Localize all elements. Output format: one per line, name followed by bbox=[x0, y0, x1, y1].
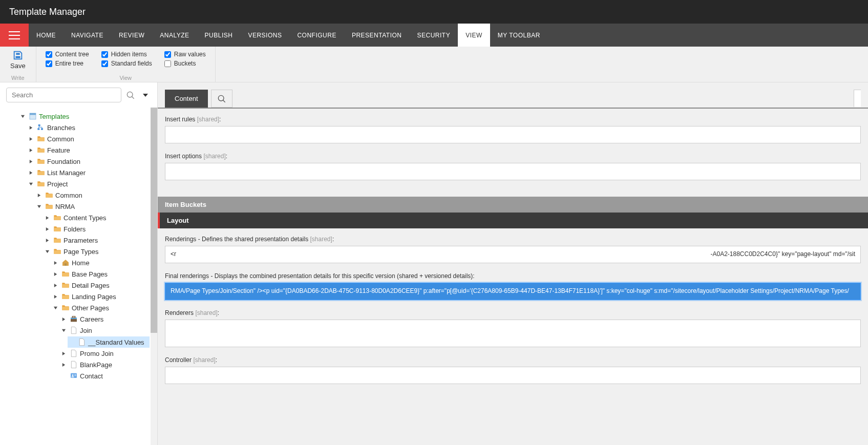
expand-icon[interactable] bbox=[37, 193, 43, 198]
label-renderings: Renderings - Defines the shared presenta… bbox=[165, 236, 861, 243]
collapse-icon[interactable] bbox=[53, 306, 59, 310]
expand-icon[interactable] bbox=[29, 137, 35, 141]
menu-my-toolbar[interactable]: MY TOOLBAR bbox=[490, 24, 548, 47]
section-item-buckets[interactable]: Item Buckets bbox=[158, 197, 868, 213]
input-controller[interactable] bbox=[165, 367, 861, 384]
title-bar: Template Manager bbox=[0, 0, 868, 24]
label-insert-options: Insert options [shared]: bbox=[165, 153, 861, 160]
check-content-tree[interactable]: Content tree bbox=[46, 51, 89, 58]
collapse-icon[interactable] bbox=[61, 328, 68, 333]
check-buckets[interactable]: Buckets bbox=[164, 60, 206, 67]
expand-icon[interactable] bbox=[29, 125, 35, 130]
menu-review[interactable]: REVIEW bbox=[111, 24, 152, 47]
save-icon bbox=[12, 50, 24, 61]
tree-label: Common bbox=[47, 135, 74, 143]
tree-node-project-common[interactable]: Common bbox=[0, 189, 157, 201]
expand-icon[interactable] bbox=[53, 261, 59, 265]
collapse-icon[interactable] bbox=[45, 249, 51, 254]
tree-node-parameters[interactable]: Parameters bbox=[0, 235, 157, 246]
tab-content[interactable]: Content bbox=[165, 90, 208, 108]
tree-node-blankpage[interactable]: BlankPage bbox=[0, 359, 157, 370]
expand-icon[interactable] bbox=[53, 294, 59, 299]
svg-rect-10 bbox=[74, 374, 76, 375]
folder-icon bbox=[53, 214, 61, 222]
expand-icon[interactable] bbox=[53, 283, 59, 288]
menu-publish[interactable]: PUBLISH bbox=[197, 24, 241, 47]
check-hidden-items[interactable]: Hidden items bbox=[101, 51, 152, 58]
tree-node-branches[interactable]: Branches bbox=[0, 122, 157, 133]
check-standard-fields[interactable]: Standard fields bbox=[101, 60, 152, 67]
check-entire-tree[interactable]: Entire tree bbox=[46, 60, 89, 67]
expand-icon[interactable] bbox=[45, 238, 51, 243]
collapse-icon[interactable] bbox=[29, 182, 35, 186]
page-icon bbox=[70, 326, 78, 334]
menu-versions[interactable]: VERSIONS bbox=[240, 24, 289, 47]
expand-icon[interactable] bbox=[45, 216, 51, 220]
tree-node-common[interactable]: Common bbox=[0, 133, 157, 144]
expand-icon[interactable] bbox=[29, 148, 35, 153]
input-insert-options[interactable] bbox=[165, 163, 861, 180]
input-final-renderings[interactable]: RMA/Page Types/Join/Section" /><p uid="{… bbox=[165, 283, 861, 300]
tree-node-promo-join[interactable]: Promo Join bbox=[0, 348, 157, 359]
menu-view[interactable]: VIEW bbox=[458, 24, 490, 47]
tree-node-detail-pages[interactable]: Detail Pages bbox=[0, 280, 157, 291]
tree-node-project[interactable]: Project bbox=[0, 178, 157, 189]
hamburger-button[interactable] bbox=[0, 24, 29, 47]
tab-search[interactable] bbox=[211, 90, 232, 108]
tree-node-page-types[interactable]: Page Types bbox=[0, 246, 157, 257]
tree-node-feature[interactable]: Feature bbox=[0, 144, 157, 156]
check-raw-values[interactable]: Raw values bbox=[164, 51, 206, 58]
tree-node-landing-pages[interactable]: Landing Pages bbox=[0, 291, 157, 302]
expand-icon[interactable] bbox=[61, 363, 68, 367]
menu-presentation[interactable]: PRESENTATION bbox=[344, 24, 410, 47]
menu-home[interactable]: HOME bbox=[29, 24, 63, 47]
tree-node-list-manager[interactable]: List Manager bbox=[0, 167, 157, 178]
expand-icon[interactable] bbox=[53, 272, 59, 277]
contact-icon bbox=[70, 372, 78, 380]
ribbon-group-view: Content tree Entire tree Hidden items St… bbox=[36, 47, 216, 82]
collapse-icon[interactable] bbox=[37, 204, 43, 209]
tree-node-home[interactable]: Home bbox=[0, 257, 157, 268]
menu-analyze[interactable]: ANALYZE bbox=[152, 24, 197, 47]
tree-scrollbar[interactable] bbox=[151, 108, 157, 445]
search-dropdown-caret[interactable] bbox=[140, 94, 151, 97]
tree-node-root[interactable]: Templates bbox=[0, 111, 157, 122]
tree-node-other-pages[interactable]: Other Pages bbox=[0, 302, 157, 313]
tree-node-content-types[interactable]: Content Types bbox=[0, 212, 157, 223]
expand-icon[interactable] bbox=[61, 317, 68, 322]
tree-label: Foundation bbox=[47, 158, 80, 165]
expand-icon[interactable] bbox=[45, 227, 51, 231]
page-icon bbox=[70, 349, 78, 357]
expand-icon[interactable] bbox=[29, 159, 35, 164]
tree-node-folders[interactable]: Folders bbox=[0, 223, 157, 235]
section-layout[interactable]: Layout bbox=[158, 213, 868, 228]
expand-icon[interactable] bbox=[61, 351, 68, 356]
tab-right-edge[interactable] bbox=[854, 90, 861, 107]
collapse-icon[interactable] bbox=[20, 114, 27, 119]
input-renderings[interactable]: <r -A0A2-188CC0D2C4C0}" key="page-layout… bbox=[165, 246, 861, 263]
search-icon[interactable] bbox=[126, 91, 135, 99]
tree-label: Promo Join bbox=[80, 350, 114, 357]
ribbon: Save Write Content tree Entire tree Hidd… bbox=[0, 47, 868, 82]
menu-security[interactable]: SECURITY bbox=[410, 24, 458, 47]
search-input[interactable] bbox=[6, 88, 121, 102]
input-insert-rules[interactable] bbox=[165, 126, 861, 143]
right-column: Content Insert rules [shared]: Insert op… bbox=[158, 82, 868, 445]
folder-icon bbox=[45, 191, 53, 199]
tree-node-join[interactable]: Join bbox=[0, 325, 157, 336]
tree-node-standard-values[interactable]: __Standard Values bbox=[68, 336, 150, 348]
save-button[interactable]: Save bbox=[6, 50, 30, 70]
input-renderers[interactable] bbox=[165, 320, 861, 347]
tree-label: Folders bbox=[63, 225, 86, 233]
tree-node-careers[interactable]: Careers bbox=[0, 313, 157, 325]
tree-node-foundation[interactable]: Foundation bbox=[0, 156, 157, 167]
menu-configure[interactable]: CONFIGURE bbox=[289, 24, 344, 47]
folder-icon bbox=[37, 146, 45, 154]
app-title: Template Manager bbox=[9, 7, 86, 17]
tree-node-contact[interactable]: Contact bbox=[0, 370, 157, 382]
menu-navigate[interactable]: NAVIGATE bbox=[63, 24, 111, 47]
page-icon bbox=[70, 361, 78, 369]
expand-icon[interactable] bbox=[29, 171, 35, 175]
tree-node-nrma[interactable]: NRMA bbox=[0, 201, 157, 212]
tree-node-base-pages[interactable]: Base Pages bbox=[0, 268, 157, 280]
